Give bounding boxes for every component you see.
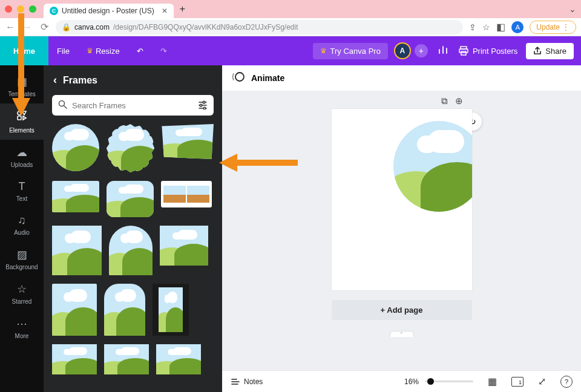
window-controls [5, 5, 36, 13]
side-panel-icon[interactable]: ◧ [496, 21, 505, 33]
workspace: ▦Templates Elements ☁Uploads TText ♫Audi… [0, 65, 581, 392]
fullscreen-icon[interactable]: ⤢ [538, 376, 546, 387]
frames-search-input[interactable] [72, 101, 193, 110]
zoom-slider[interactable] [425, 381, 473, 382]
rail-more[interactable]: ⋯More [0, 311, 44, 345]
svg-point-13 [200, 104, 202, 106]
browser-titlebar: C Untitled design - Poster (US) ✕ + ⌄ [0, 0, 581, 18]
maximize-window-icon[interactable] [29, 5, 36, 13]
frame-film-vertical[interactable] [153, 284, 189, 336]
rail-elements[interactable]: Elements [0, 103, 44, 140]
animate-icon [232, 70, 245, 86]
add-collaborator-button[interactable]: + [415, 44, 428, 57]
forward-button: → [22, 22, 33, 33]
frame-rect-wide[interactable] [160, 226, 208, 266]
document-toolbar: Animate [222, 65, 581, 91]
share-button[interactable]: Share [526, 43, 574, 59]
browser-addressbar: ← → ⟳ 🔒 canva.com/design/DAFBG9QQxyQ/avv… [0, 18, 581, 36]
svg-point-11 [203, 101, 205, 103]
canva-favicon: C [50, 7, 58, 15]
analytics-icon[interactable] [438, 44, 448, 58]
duplicate-page-icon[interactable]: ⧉ [441, 96, 448, 106]
rail-uploads[interactable]: ☁Uploads [0, 140, 44, 174]
frame-portrait-4[interactable] [156, 344, 201, 374]
user-avatar[interactable]: A [394, 42, 411, 59]
frame-arch[interactable] [109, 226, 153, 275]
frame-portrait-3[interactable] [104, 344, 149, 374]
notes-icon [231, 377, 240, 387]
frame-film-double[interactable] [161, 181, 212, 207]
grid-view-icon[interactable]: ▦ [488, 376, 497, 387]
svg-point-8 [59, 101, 65, 106]
canvas-area: Animate ⧉ ⊕ ↻ + Add page ⌃ Notes 16% [222, 65, 581, 392]
help-button[interactable]: ? [560, 376, 573, 388]
editor-stage[interactable]: ⧉ ⊕ ↻ + Add page ⌃ [222, 91, 581, 370]
kebab-icon: ⋮ [562, 23, 570, 31]
tab-overflow-icon[interactable]: ⌄ [569, 4, 576, 14]
file-menu[interactable]: File [48, 47, 78, 56]
browser-profile-avatar[interactable]: A [511, 21, 524, 33]
filter-icon[interactable] [198, 100, 208, 111]
home-button[interactable]: Home [0, 47, 48, 56]
page-indicator[interactable]: 1 [511, 377, 524, 387]
print-posters-button[interactable]: Print Posters [458, 45, 517, 56]
undo-icon: ↶ [137, 47, 143, 56]
frame-portrait-2[interactable] [52, 344, 97, 374]
rail-templates[interactable]: ▦Templates [0, 69, 44, 103]
rail-text[interactable]: TText [0, 174, 44, 208]
new-tab-button[interactable]: + [180, 4, 185, 15]
background-icon: ▨ [17, 248, 27, 261]
try-pro-button[interactable]: ♛Try Canva Pro [313, 43, 388, 59]
search-icon [58, 100, 67, 111]
crown-icon: ♛ [320, 47, 327, 55]
frame-scalloped[interactable] [107, 124, 155, 172]
frames-panel: ‹ Frames [44, 65, 222, 392]
frame-portrait-arch[interactable] [104, 284, 145, 336]
url-path: /design/DAFBG9QQxyQ/avvlKKdN9a6oxD2UJxFy… [113, 23, 298, 31]
animate-button[interactable]: Animate [251, 73, 284, 83]
minimize-window-icon[interactable] [17, 5, 24, 13]
rail-background[interactable]: ▨Background [0, 242, 44, 276]
close-window-icon[interactable] [5, 5, 12, 13]
frame-skewed[interactable] [162, 124, 214, 159]
browser-update-button[interactable]: Update⋮ [530, 21, 576, 34]
redo-button[interactable]: ↷ [152, 47, 176, 56]
text-icon: T [19, 180, 25, 193]
rail-audio[interactable]: ♫Audio [0, 208, 44, 242]
printer-icon [458, 45, 469, 56]
tab-title: Untitled design - Poster (US) [62, 7, 154, 15]
placed-frame[interactable] [393, 121, 472, 212]
redo-icon: ↷ [160, 47, 167, 56]
share-icon [533, 47, 542, 55]
rail-starred[interactable]: ☆Starred [0, 276, 44, 311]
frames-search[interactable] [52, 95, 214, 116]
svg-rect-5 [461, 51, 466, 55]
design-page[interactable] [332, 109, 472, 290]
templates-icon: ▦ [17, 75, 27, 88]
url-field[interactable]: 🔒 canva.com/design/DAFBG9QQxyQ/avvlKKdN9… [56, 20, 463, 34]
back-icon[interactable]: ‹ [53, 74, 57, 87]
reload-button[interactable]: ⟳ [39, 21, 50, 33]
app-topbar: Home File ♛Resize ↶ ↷ ♛Try Canva Pro A +… [0, 36, 581, 65]
frame-portrait[interactable] [52, 284, 97, 336]
browser-tab[interactable]: C Untitled design - Poster (US) ✕ [44, 4, 174, 18]
notes-button[interactable]: Notes [231, 377, 263, 387]
frame-circle[interactable] [52, 124, 99, 171]
crown-icon: ♛ [87, 47, 93, 55]
svg-line-9 [64, 106, 67, 108]
svg-point-15 [203, 107, 206, 109]
uploads-icon: ☁ [16, 146, 27, 159]
frame-rect-rounded[interactable] [107, 181, 154, 217]
close-tab-icon[interactable]: ✕ [162, 7, 168, 15]
add-page-button[interactable]: + Add page [332, 300, 472, 320]
bookmark-icon[interactable]: ☆ [482, 22, 490, 32]
resize-button[interactable]: ♛Resize [78, 47, 128, 56]
undo-button[interactable]: ↶ [128, 47, 152, 56]
pages-drawer-handle[interactable]: ⌃ [390, 331, 414, 337]
lock-icon: 🔒 [62, 23, 71, 31]
frame-square[interactable] [52, 226, 102, 275]
install-app-icon[interactable]: ⇪ [469, 22, 476, 32]
back-button[interactable]: ← [5, 22, 16, 33]
add-page-icon[interactable]: ⊕ [455, 96, 463, 106]
frame-rect-small[interactable] [52, 181, 99, 212]
